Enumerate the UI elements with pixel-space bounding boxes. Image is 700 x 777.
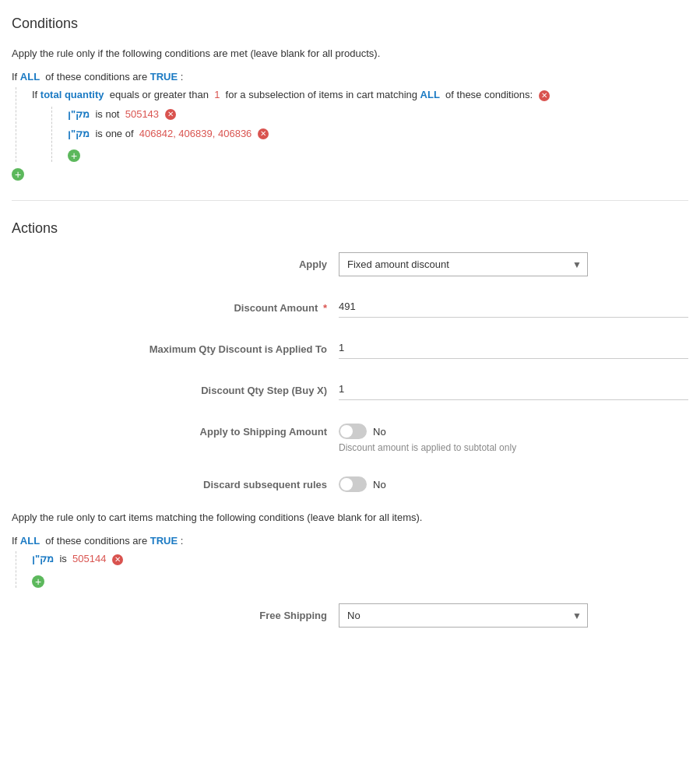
discard-rules-row: Discard subsequent rules No	[12, 473, 688, 492]
discard-rules-toggle-wrapper: No	[339, 473, 688, 492]
discard-rules-toggle-label: No	[373, 479, 386, 490]
discount-amount-field	[339, 296, 688, 318]
remove-sub-condition-1-icon[interactable]: ✕	[165, 109, 176, 120]
max-qty-row: Maximum Qty Discount is Applied To	[12, 337, 688, 359]
remove-sub-condition-2-icon[interactable]: ✕	[258, 128, 269, 139]
conditions-title: Conditions	[12, 16, 688, 32]
discard-rules-label: Discard subsequent rules	[12, 473, 339, 490]
actions-title: Actions	[12, 220, 688, 237]
makan-value-1: 505143	[125, 108, 159, 120]
section-divider	[12, 200, 688, 201]
cart-makan-label: מק"ן	[32, 553, 54, 564]
cart-condition-1: מק"ן is 505144 ✕	[32, 551, 688, 568]
remove-cart-condition-icon[interactable]: ✕	[112, 554, 123, 565]
apply-shipping-label: Apply to Shipping Amount	[12, 420, 339, 438]
conditions-if-all-line: If ALL of these conditions are TRUE :	[12, 71, 688, 83]
sub-condition-1: מק"ן is not 505143 ✕	[68, 107, 688, 123]
discount-qty-step-input[interactable]	[339, 378, 688, 400]
apply-shipping-toggle[interactable]	[339, 424, 367, 439]
all-keyword-2: ALL	[420, 89, 440, 100]
qty-value: 1	[214, 89, 220, 100]
max-qty-field	[339, 337, 688, 359]
cart-condition-group: מק"ן is 505144 ✕ +	[16, 551, 688, 588]
sub-condition-group: מק"ן is not 505143 ✕ מק"ן is one of 4068…	[51, 107, 688, 163]
apply-select[interactable]: Percent of product price discount Fixed …	[339, 252, 588, 276]
remove-condition-1-icon[interactable]: ✕	[539, 90, 550, 101]
apply-shipping-row: Apply to Shipping Amount No Discount amo…	[12, 420, 688, 453]
cart-all-keyword: ALL	[20, 535, 40, 547]
free-shipping-label: Free Shipping	[12, 603, 339, 621]
free-shipping-field: No For matching items only For shipment …	[339, 603, 688, 628]
free-shipping-select[interactable]: No For matching items only For shipment …	[339, 603, 588, 628]
discard-rules-toggle[interactable]	[339, 476, 367, 492]
cart-true-keyword: TRUE	[150, 535, 178, 547]
apply-shipping-field: No Discount amount is applied to subtota…	[339, 420, 688, 453]
discount-amount-row: Discount Amount *	[12, 296, 688, 318]
discount-qty-step-row: Discount Qty Step (Buy X)	[12, 378, 688, 400]
discount-amount-input[interactable]	[339, 296, 688, 318]
condition-total-qty: If total quantity equals or greater than…	[32, 87, 688, 104]
discount-qty-step-label: Discount Qty Step (Buy X)	[12, 378, 339, 396]
free-shipping-row: Free Shipping No For matching items only…	[12, 603, 688, 628]
discard-rules-field: No	[339, 473, 688, 492]
discount-amount-label: Discount Amount *	[12, 296, 339, 314]
discount-qty-step-field	[339, 378, 688, 400]
apply-row: Apply Percent of product price discount …	[12, 252, 688, 276]
add-sub-condition-icon[interactable]: +	[68, 149, 80, 162]
apply-shipping-toggle-label: No	[373, 426, 386, 438]
apply-field: Percent of product price discount Fixed …	[339, 252, 688, 276]
equals-greater-text: equals or greater than	[110, 89, 209, 100]
apply-shipping-hint: Discount amount is applied to subtotal o…	[339, 442, 688, 453]
makan-label-2: מק"ן	[68, 128, 90, 139]
conditions-description: Apply the rule only if the following con…	[12, 47, 688, 59]
true-keyword: TRUE	[150, 71, 178, 83]
max-qty-input[interactable]	[339, 337, 688, 359]
all-keyword: ALL	[20, 71, 40, 83]
apply-select-wrapper: Percent of product price discount Fixed …	[339, 252, 588, 276]
apply-shipping-toggle-wrapper: No	[339, 420, 688, 439]
discount-amount-required: *	[323, 302, 327, 314]
condition-group-1: If total quantity equals or greater than…	[16, 87, 688, 162]
apply-label: Apply	[12, 252, 339, 270]
max-qty-label: Maximum Qty Discount is Applied To	[12, 337, 339, 355]
total-qty-keyword: total quantity	[40, 89, 104, 100]
cart-conditions-block: If ALL of these conditions are TRUE : מק…	[12, 535, 688, 588]
cart-makan-value: 505144	[72, 553, 106, 564]
makan-label-1: מק"ן	[68, 108, 90, 120]
add-cart-condition-icon[interactable]: +	[32, 575, 44, 588]
conditions-block: If ALL of these conditions are TRUE : If…	[12, 71, 688, 181]
add-condition-icon[interactable]: +	[12, 168, 24, 181]
sub-condition-2: מק"ן is one of 406842, 406839, 406836 ✕	[68, 126, 688, 142]
cart-if-all-line: If ALL of these conditions are TRUE :	[12, 535, 688, 547]
free-shipping-select-wrapper: No For matching items only For shipment …	[339, 603, 588, 628]
cart-conditions-description: Apply the rule only to cart items matchi…	[12, 512, 688, 523]
actions-section: Actions Apply Percent of product price d…	[12, 220, 688, 628]
makan-value-2: 406842, 406839, 406836	[139, 128, 252, 139]
